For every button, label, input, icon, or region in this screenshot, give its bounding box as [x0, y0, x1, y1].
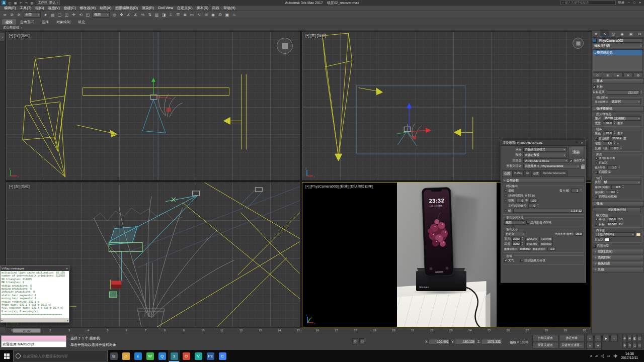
- volume-icon[interactable]: ◁): [600, 354, 604, 358]
- aperture-width-field[interactable]: 36.0: [575, 232, 583, 236]
- next-frame-icon[interactable]: ›: [610, 335, 618, 341]
- select-and-scale-icon[interactable]: ◰: [85, 12, 91, 18]
- menu-item[interactable]: Civil View: [156, 6, 175, 10]
- viewport-label[interactable]: [+] [前] [线框]: [305, 33, 326, 38]
- menu-item[interactable]: 动画(A): [98, 6, 113, 10]
- pin-stack-icon[interactable]: ⊙: [593, 72, 602, 77]
- view-to-render-dropdown[interactable]: 四元菜单 4 - PhysCamera003▾: [523, 164, 580, 168]
- selection-filter-dropdown[interactable]: 全部▾: [24, 12, 41, 18]
- ribbon-tab[interactable]: 自由形式: [17, 19, 38, 25]
- fov-field[interactable]: 23.914: [611, 136, 622, 140]
- ribbon-tab[interactable]: 对象绘制: [53, 19, 74, 25]
- make-unique-icon[interactable]: ◈: [613, 72, 622, 77]
- tab-hierarchy[interactable]: 品: [609, 31, 618, 37]
- auto-key-button[interactable]: 自动关键点: [532, 335, 558, 341]
- maxscript-output-row[interactable]: 欢迎使用 MAXScript: [1, 341, 66, 347]
- taskbar-search-input[interactable]: [23, 354, 105, 358]
- menu-item[interactable]: 编辑(E): [2, 6, 18, 10]
- ime-indicator[interactable]: 中: [612, 353, 618, 359]
- shutter-offset-field[interactable]: 0.0: [606, 190, 616, 194]
- minimize-icon[interactable]: ─: [626, 1, 631, 5]
- custom-wb-swatch[interactable]: [605, 238, 610, 241]
- collapsed-rollout[interactable]: ＋其他: [592, 267, 644, 273]
- key-step-icon[interactable]: ●: [594, 342, 602, 348]
- menu-item[interactable]: 渲染(R): [140, 6, 156, 10]
- enable-vignetting-checkbox[interactable]: [593, 245, 596, 248]
- atmosphere-checkbox[interactable]: [504, 259, 507, 262]
- selection-region-icon[interactable]: ▢: [56, 12, 63, 18]
- coordinate-field[interactable]: -180.139: [455, 339, 476, 344]
- menu-item[interactable]: 内容: [210, 6, 221, 10]
- ribbon-tab[interactable]: 建模: [2, 19, 16, 25]
- zoom-extents-icon[interactable]: ◧: [632, 335, 637, 341]
- timeline[interactable]: 0123456789101112131415161718192021222324…: [6, 327, 591, 333]
- open-file-icon[interactable]: ◰: [8, 1, 12, 5]
- target-ev-radio[interactable]: [595, 223, 598, 226]
- wechat[interactable]: W: [144, 350, 156, 362]
- viewport-label[interactable]: [+] [PhysCamera003] [标准] [默认明暗处理]: [305, 184, 373, 189]
- go-end-icon[interactable]: »: [586, 342, 594, 348]
- key-filters-button[interactable]: 关键点过滤器...: [559, 342, 585, 348]
- minimize-icon[interactable]: ─: [574, 141, 579, 145]
- modifier-stack-item[interactable]: ● 物理摄影机: [593, 50, 642, 55]
- help-search-input[interactable]: [565, 1, 614, 4]
- align-icon[interactable]: ≡: [168, 12, 174, 18]
- hidden-icons-chevron[interactable]: ∧: [590, 354, 592, 358]
- every-n-field[interactable]: 1: [571, 189, 579, 193]
- mirror-icon[interactable]: ◨: [160, 12, 167, 18]
- scene-explorer-icon[interactable]: ☰: [175, 12, 181, 18]
- coordinate-field[interactable]: 166.492: [429, 339, 450, 344]
- area-mode-dropdown[interactable]: 视图▾: [504, 220, 525, 225]
- white-balance-swatch[interactable]: [636, 233, 641, 236]
- common-parameters-rollout[interactable]: −公用参数: [502, 178, 585, 183]
- render-dialog-tab[interactable]: 公用: [502, 170, 512, 176]
- width-field[interactable]: 2000: [512, 237, 521, 241]
- close-icon[interactable]: ✕: [66, 267, 68, 270]
- zoom-icon[interactable]: ⊕: [622, 335, 627, 341]
- preset-dropdown[interactable]: 未选定预设▾: [523, 153, 567, 157]
- menu-item[interactable]: 脚本(S): [195, 6, 210, 10]
- render-setup-icon[interactable]: ⚙: [217, 12, 223, 18]
- viewport-label[interactable]: [+] [左] [线框]: [9, 184, 30, 189]
- ribbon-tab[interactable]: 填充: [74, 19, 89, 25]
- menu-item[interactable]: 工具(T): [18, 6, 33, 10]
- field-of-view-icon[interactable]: ⊡: [637, 342, 642, 348]
- close-icon[interactable]: ✕: [637, 1, 642, 5]
- viewcube[interactable]: [277, 38, 293, 54]
- time-slider[interactable]: 0 / 30: [13, 328, 41, 333]
- render-dialog-tab[interactable]: GI: [524, 170, 531, 176]
- remove-modifier-icon[interactable]: ✕: [623, 72, 633, 77]
- range-from-field[interactable]: 0: [516, 199, 524, 203]
- schematic-view-icon[interactable]: ⊞: [203, 12, 209, 18]
- exposure-rollout[interactable]: −曝光: [592, 201, 644, 207]
- menu-item[interactable]: 帮助(H): [221, 6, 237, 10]
- taskbar-search[interactable]: [13, 350, 108, 361]
- lens-breathing-field[interactable]: 1.0: [607, 165, 617, 169]
- install-exposure-button[interactable]: 安装曝光控制: [593, 207, 641, 212]
- target-distance-field[interactable]: 222.027: [607, 90, 639, 95]
- height-field[interactable]: 3000: [512, 242, 521, 246]
- undo-icon[interactable]: ↶: [19, 1, 23, 5]
- menu-item[interactable]: 图形编辑器(D): [113, 6, 140, 10]
- tab-utilities[interactable]: ⚙: [635, 31, 644, 37]
- bind-to-space-warp-icon[interactable]: ≋: [16, 12, 22, 18]
- render-production-icon[interactable]: ♨: [231, 12, 237, 18]
- menu-item[interactable]: 修改器(M): [77, 6, 98, 10]
- edge[interactable]: e: [132, 350, 144, 362]
- visibility-icon[interactable]: ●: [594, 51, 596, 54]
- isolate-selection-toggle[interactable]: ⊙: [352, 338, 358, 344]
- named-selection-sets-icon[interactable]: ▥: [153, 12, 160, 18]
- collapsed-rollout[interactable]: ＋镜头扭曲: [592, 261, 644, 266]
- zoom-field[interactable]: 1.0: [603, 141, 613, 145]
- render-button[interactable]: 渲染: [568, 147, 584, 157]
- range-radio[interactable]: [504, 199, 507, 202]
- preset-800x600-button[interactable]: 800x600: [539, 242, 553, 246]
- basic-rollout[interactable]: −基本: [592, 78, 644, 84]
- material-editor-icon[interactable]: ◉: [210, 12, 216, 18]
- zoom-all-icon[interactable]: ⊞: [627, 335, 632, 341]
- range-to-field[interactable]: 100: [529, 199, 537, 203]
- chrome[interactable]: C: [216, 350, 228, 362]
- orbit-icon[interactable]: ⟲: [627, 342, 632, 348]
- viewcube[interactable]: [573, 38, 584, 49]
- menu-item[interactable]: 自定义(U): [175, 6, 195, 10]
